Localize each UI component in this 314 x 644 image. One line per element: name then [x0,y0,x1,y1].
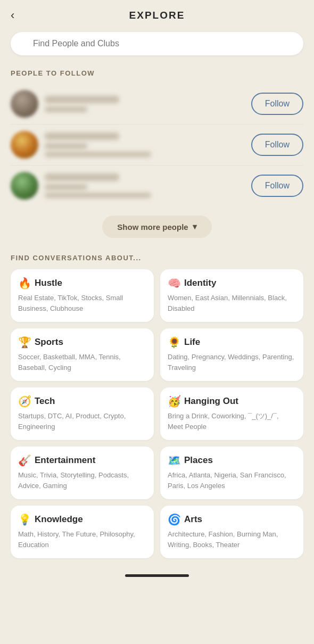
show-more-wrap: Show more people ▾ [0,206,314,250]
person-name [45,174,119,181]
topic-tags: Startups, DTC, AI, Product, Crypto, Engi… [18,411,146,432]
topic-tags: Bring a Drink, Coworking, ¯_(ツ)_/¯, Meet… [168,411,296,432]
person-info [45,174,246,198]
topic-title: 💡 Knowledge [18,513,146,526]
topic-title: 🧭 Tech [18,395,146,408]
topic-emoji: 💡 [18,513,31,526]
topic-card-knowledge[interactable]: 💡 Knowledge Math, History, The Future, P… [11,506,154,558]
topic-card-hanging-out[interactable]: 🥳 Hanging Out Bring a Drink, Coworking, … [160,387,303,440]
person-row: Follow [11,84,303,125]
topic-name: Hanging Out [184,396,238,407]
page-title: EXPLORE [129,10,185,21]
person-sub2 [45,193,151,198]
avatar [11,131,38,159]
topic-tags: Music, Trivia, Storytelling, Podcasts, A… [18,470,146,491]
topic-tags: Women, East Asian, Millennials, Black, D… [168,293,296,313]
topic-emoji: 🔥 [18,277,31,290]
topic-name: Hustle [35,278,62,288]
search-wrapper: 🔍 [11,32,303,55]
person-sub2 [45,152,151,157]
home-indicator [125,574,189,577]
topic-emoji: 🎸 [18,454,31,467]
topic-tags: Math, History, The Future, Philosophy, E… [18,529,146,550]
avatar [11,90,38,118]
back-button[interactable]: ‹ [11,9,14,22]
topic-card-places[interactable]: 🗺️ Places Africa, Atlanta, Nigeria, San … [160,447,303,499]
topic-card-arts[interactable]: 🌀 Arts Architecture, Fashion, Burning Ma… [160,506,303,558]
follow-button-2[interactable]: Follow [251,134,303,156]
topic-emoji: 🌻 [168,336,181,349]
header: ‹ EXPLORE [0,0,314,27]
people-list: Follow Follow Follow [0,84,314,206]
topic-tags: Real Estate, TikTok, Stocks, Small Busin… [18,293,146,313]
topic-name: Identity [184,278,216,288]
show-more-button[interactable]: Show more people ▾ [102,216,211,238]
topic-name: Arts [184,514,202,525]
topic-title: 🎸 Entertainment [18,454,146,467]
person-sub [45,106,87,112]
person-info [45,133,246,157]
conversations-label: FIND CONVERSATIONS ABOUT... [11,254,303,269]
person-info [45,96,246,112]
topic-name: Tech [35,396,55,407]
topic-title: 🗺️ Places [168,454,296,467]
show-more-label: Show more people [117,222,188,232]
cards-grid: 🔥 Hustle Real Estate, TikTok, Stocks, Sm… [11,269,303,569]
topic-name: Life [184,337,200,348]
search-input[interactable] [11,32,303,55]
person-row: Follow [11,125,303,166]
topic-title: 🔥 Hustle [18,277,146,290]
topic-tags: Architecture, Fashion, Burning Man, Writ… [168,529,296,550]
topic-card-tech[interactable]: 🧭 Tech Startups, DTC, AI, Product, Crypt… [11,387,154,440]
person-name [45,133,119,140]
topic-name: Knowledge [35,514,83,525]
bottom-bar [0,569,314,581]
follow-button-3[interactable]: Follow [251,175,303,197]
topic-tags: Africa, Atlanta, Nigeria, San Francisco,… [168,470,296,491]
topic-card-identity[interactable]: 🧠 Identity Women, East Asian, Millennial… [160,269,303,322]
person-row: Follow [11,166,303,206]
topic-card-hustle[interactable]: 🔥 Hustle Real Estate, TikTok, Stocks, Sm… [11,269,154,322]
people-section-label: PEOPLE TO FOLLOW [0,64,314,84]
topic-card-sports[interactable]: 🏆 Sports Soccer, Basketball, MMA, Tennis… [11,328,154,381]
topic-card-entertainment[interactable]: 🎸 Entertainment Music, Trivia, Storytell… [11,447,154,499]
topic-name: Places [184,455,213,466]
person-name [45,96,119,103]
person-sub [45,143,87,149]
topic-title: 🏆 Sports [18,336,146,349]
topic-emoji: 🧭 [18,395,31,408]
topic-emoji: 🌀 [168,513,181,526]
topic-tags: Soccer, Basketball, MMA, Tennis, Basebal… [18,352,146,373]
topic-title: 🌀 Arts [168,513,296,526]
topic-title: 🥳 Hanging Out [168,395,296,408]
topic-title: 🌻 Life [168,336,296,349]
topic-tags: Dating, Pregnancy, Weddings, Parenting, … [168,352,296,373]
topic-name: Sports [35,337,63,348]
chevron-down-icon: ▾ [193,222,197,232]
conversations-section: FIND CONVERSATIONS ABOUT... 🔥 Hustle Rea… [0,250,314,569]
topic-name: Entertainment [35,455,95,466]
person-sub [45,184,87,190]
topic-emoji: 🗺️ [168,454,181,467]
topic-card-life[interactable]: 🌻 Life Dating, Pregnancy, Weddings, Pare… [160,328,303,381]
topic-title: 🧠 Identity [168,277,296,290]
topic-emoji: 🧠 [168,277,181,290]
avatar [11,172,38,200]
search-container: 🔍 [0,27,314,64]
topic-emoji: 🏆 [18,336,31,349]
topic-emoji: 🥳 [168,395,181,408]
follow-button-1[interactable]: Follow [251,93,303,115]
